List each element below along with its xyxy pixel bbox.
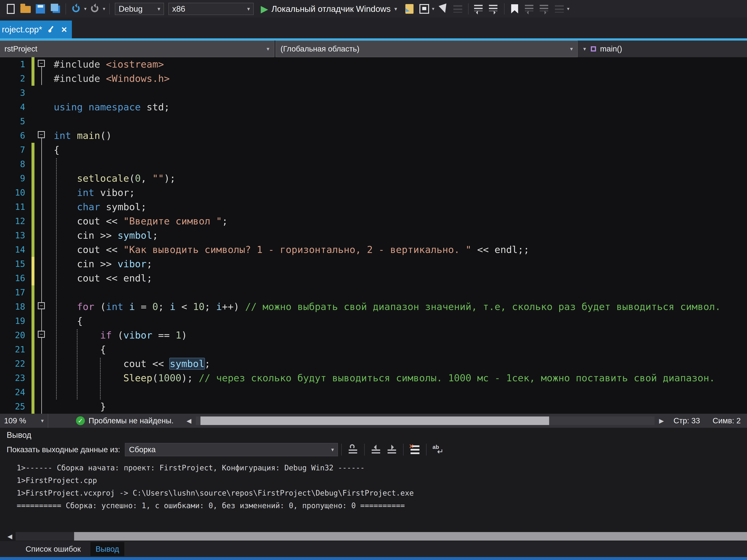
line-number[interactable]: 18 bbox=[0, 300, 31, 314]
close-icon[interactable]: × bbox=[61, 25, 67, 34]
fold-toggle-icon[interactable]: − bbox=[38, 60, 45, 67]
line-number[interactable]: 7 bbox=[0, 143, 31, 157]
line-number[interactable]: 25 bbox=[0, 399, 31, 414]
code-line[interactable]: 8 bbox=[0, 157, 747, 171]
pointer-icon[interactable] bbox=[437, 3, 449, 15]
code-text[interactable]: { bbox=[49, 143, 59, 157]
clear-all-icon[interactable]: × bbox=[409, 444, 420, 455]
line-number[interactable]: 6 bbox=[0, 129, 31, 143]
indent-icon[interactable] bbox=[488, 3, 500, 15]
line-number[interactable]: 8 bbox=[0, 157, 31, 171]
attach-process-icon[interactable] bbox=[404, 3, 415, 15]
line-number[interactable]: 3 bbox=[0, 86, 31, 100]
code-line[interactable]: 20− if (vibor == 1) bbox=[0, 328, 747, 342]
tab-firstproject-cpp[interactable]: roject.cpp* × bbox=[0, 21, 72, 38]
previous-message-icon[interactable] bbox=[370, 444, 382, 455]
line-number[interactable]: 19 bbox=[0, 314, 31, 328]
output-lines[interactable]: 1>------ Сборка начата: проект: FirstPro… bbox=[0, 461, 747, 512]
code-line[interactable]: 23 Sleep(1000); // через сколько будут в… bbox=[0, 371, 747, 385]
code-line[interactable]: 9 setlocale(0, ""); bbox=[0, 171, 747, 186]
line-number[interactable]: 1 bbox=[0, 57, 31, 72]
code-line[interactable]: 6−int main() bbox=[0, 129, 747, 143]
code-text[interactable] bbox=[49, 157, 54, 171]
code-line[interactable]: 19 { bbox=[0, 314, 747, 328]
code-text[interactable]: for (int i = 0; i < 10; i++) // можно вы… bbox=[49, 300, 721, 314]
line-number[interactable]: 11 bbox=[0, 200, 31, 214]
code-text[interactable]: if (vibor == 1) bbox=[49, 328, 187, 342]
line-number[interactable]: 10 bbox=[0, 186, 31, 200]
code-line[interactable]: 5 bbox=[0, 114, 747, 129]
open-file-icon[interactable] bbox=[20, 3, 31, 15]
line-number[interactable]: 16 bbox=[0, 271, 31, 285]
outdent-icon[interactable] bbox=[473, 3, 485, 15]
environment-box-icon[interactable] bbox=[418, 3, 430, 15]
code-line[interactable]: 17 bbox=[0, 285, 747, 300]
project-dropdown[interactable]: rstProject ▾ bbox=[0, 41, 274, 57]
code-line[interactable]: 1−#include <iostream> bbox=[0, 57, 747, 72]
code-line[interactable]: 21 { bbox=[0, 342, 747, 357]
code-text[interactable] bbox=[49, 285, 54, 300]
tab-error-list[interactable]: Список ошибок bbox=[20, 542, 86, 556]
fold-toggle-icon[interactable]: − bbox=[38, 131, 45, 138]
word-wrap-icon[interactable]: ab↵ bbox=[432, 444, 443, 455]
toolbar-overflow-icon[interactable]: ▾ bbox=[567, 6, 569, 12]
horizontal-scrollbar[interactable] bbox=[196, 417, 654, 425]
code-text[interactable]: #include <Windows.h> bbox=[49, 72, 170, 86]
code-line[interactable]: 16 cout << endl; bbox=[0, 271, 747, 285]
line-number[interactable]: 4 bbox=[0, 100, 31, 114]
redo-dropdown-icon[interactable]: ▾ bbox=[103, 6, 105, 12]
line-number[interactable]: 13 bbox=[0, 228, 31, 243]
configuration-dropdown[interactable]: Debug ▾ bbox=[115, 3, 164, 15]
scrollbar-thumb[interactable] bbox=[201, 417, 549, 425]
save-icon[interactable] bbox=[34, 3, 46, 15]
code-text[interactable] bbox=[49, 86, 54, 100]
start-debugging-button[interactable]: ▶ Локальный отладчик Windows ▾ bbox=[261, 4, 397, 14]
line-number[interactable]: 24 bbox=[0, 385, 31, 399]
line-number[interactable]: 9 bbox=[0, 171, 31, 186]
code-text[interactable]: cin >> symbol; bbox=[49, 228, 158, 243]
line-number[interactable]: 15 bbox=[0, 257, 31, 271]
code-line[interactable]: 14 cout << "Как выводить символы? 1 - го… bbox=[0, 243, 747, 257]
code-text[interactable]: int vibor; bbox=[49, 186, 135, 200]
line-number[interactable]: 2 bbox=[0, 72, 31, 86]
code-line[interactable]: 22 cout << symbol; bbox=[0, 357, 747, 371]
undo-icon[interactable] bbox=[70, 3, 82, 15]
zoom-dropdown[interactable]: 109 % ▾ bbox=[0, 414, 48, 428]
code-line[interactable]: 24 bbox=[0, 385, 747, 399]
code-line[interactable]: 15 cin >> vibor; bbox=[0, 257, 747, 271]
code-text[interactable] bbox=[49, 385, 54, 399]
code-text[interactable]: { bbox=[49, 314, 83, 328]
code-line[interactable]: 13 cin >> symbol; bbox=[0, 228, 747, 243]
code-line[interactable]: 11 char symbol; bbox=[0, 200, 747, 214]
health-indicator[interactable]: ✓ Проблемы не найдены. bbox=[76, 416, 174, 425]
line-number[interactable]: 14 bbox=[0, 243, 31, 257]
bookmark-icon[interactable] bbox=[509, 3, 521, 15]
code-text[interactable]: setlocale(0, ""); bbox=[49, 171, 176, 186]
new-file-icon[interactable] bbox=[5, 3, 17, 15]
next-message-icon[interactable] bbox=[386, 444, 397, 455]
line-number[interactable]: 21 bbox=[0, 342, 31, 357]
code-editor[interactable]: 1−#include <iostream>2#include <Windows.… bbox=[0, 57, 747, 414]
code-line[interactable]: 7{ bbox=[0, 143, 747, 157]
code-text[interactable]: int main() bbox=[49, 129, 112, 143]
code-line[interactable]: 3 bbox=[0, 86, 747, 100]
code-line[interactable]: 4using namespace std; bbox=[0, 100, 747, 114]
code-line[interactable]: 2#include <Windows.h> bbox=[0, 72, 747, 86]
fold-toggle-icon[interactable]: − bbox=[38, 331, 45, 338]
line-number[interactable]: 17 bbox=[0, 285, 31, 300]
line-number[interactable]: 5 bbox=[0, 114, 31, 129]
code-line[interactable]: 18− for (int i = 0; i < 10; i++) // можн… bbox=[0, 300, 747, 314]
code-text[interactable]: cin >> vibor; bbox=[49, 257, 152, 271]
code-text[interactable]: cout << "Введите символ "; bbox=[49, 214, 228, 228]
save-all-icon[interactable] bbox=[49, 3, 61, 15]
code-line[interactable]: 12 cout << "Введите символ "; bbox=[0, 214, 747, 228]
fold-toggle-icon[interactable]: − bbox=[38, 302, 45, 309]
scroll-left-icon[interactable]: ◀ bbox=[186, 417, 191, 424]
scrollbar-thumb[interactable] bbox=[74, 532, 747, 540]
code-text[interactable]: char symbol; bbox=[49, 200, 147, 214]
code-text[interactable] bbox=[49, 114, 54, 129]
goto-source-icon[interactable] bbox=[347, 444, 359, 455]
scroll-left-icon[interactable]: ◀ bbox=[7, 533, 12, 540]
code-text[interactable]: Sleep(1000); // через сколько будут выво… bbox=[49, 371, 715, 385]
code-text[interactable]: cout << "Как выводить символы? 1 - гориз… bbox=[49, 243, 529, 257]
